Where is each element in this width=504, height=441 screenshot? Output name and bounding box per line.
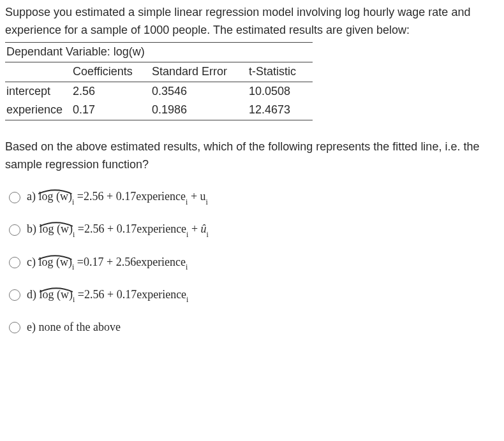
option-b[interactable]: b) log (w)i =2.56 + 0.17experiencei + ûi [9,220,499,239]
header-coef: Coefficients [71,62,151,82]
option-e[interactable]: e) none of the above [9,319,499,336]
option-c-text: c) log (w)i =0.17 + 2.56experiencei [27,254,188,272]
row-t: 10.0508 [248,82,313,101]
table-row: experience 0.17 0.1986 12.4673 [5,101,313,120]
dependent-row: Dependant Variable: log(w) [5,42,313,62]
row-coef: 0.17 [71,101,151,120]
row-se: 0.1986 [151,101,248,120]
option-d[interactable]: d) log (w)i =2.56 + 0.17experiencei [9,286,499,305]
options-list: a) log (w)i =2.56 + 0.17experiencei + ui… [9,188,499,336]
option-b-text: b) log (w)i =2.56 + 0.17experiencei + ûi [27,220,209,239]
option-e-text: e) none of the above [27,319,121,336]
header-t: t-Statistic [248,62,313,82]
header-se: Standard Error [151,62,248,82]
results-table: Dependant Variable: log(w) Coefficients … [5,42,313,121]
table-row: intercept 2.56 0.3546 10.0508 [5,82,313,101]
header-row: Coefficients Standard Error t-Statistic [5,62,313,82]
header-blank [5,62,71,82]
radio-icon [9,192,20,203]
row-se: 0.3546 [151,82,248,101]
radio-icon [9,289,20,301]
option-c[interactable]: c) log (w)i =0.17 + 2.56experiencei [9,254,499,272]
row-coef: 2.56 [71,82,151,101]
radio-icon [9,224,20,236]
dependent-label: Dependant Variable: log(w) [5,42,313,62]
row-label: intercept [5,82,71,101]
row-t: 12.4673 [248,101,313,120]
intro-text: Suppose you estimated a simple linear re… [5,4,499,40]
radio-icon [9,257,20,268]
option-a-text: a) log (w)i =2.56 + 0.17experiencei + ui [27,188,208,206]
question-text: Based on the above estimated results, wh… [5,138,499,174]
option-d-text: d) log (w)i =2.56 + 0.17experiencei [27,286,188,305]
row-label: experience [5,101,71,120]
radio-icon [9,322,20,333]
option-a[interactable]: a) log (w)i =2.56 + 0.17experiencei + ui [9,188,499,206]
